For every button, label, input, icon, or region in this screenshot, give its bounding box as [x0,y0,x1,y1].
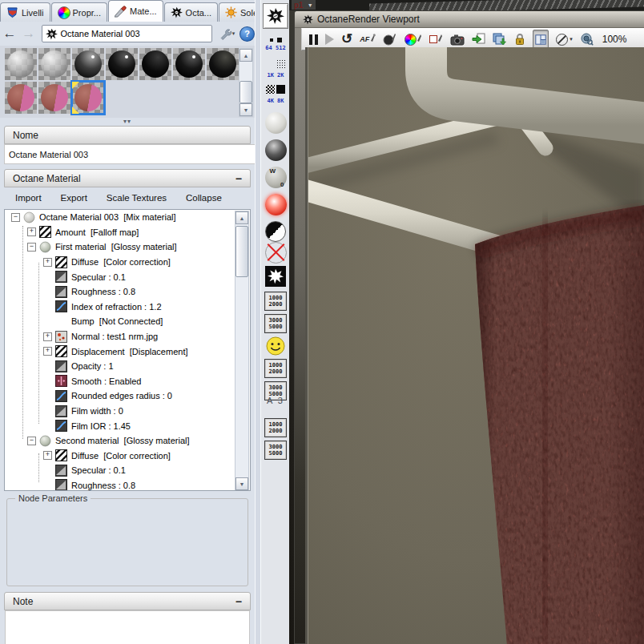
tab-materiali[interactable]: Mate... [108,0,163,22]
material-thumbnail[interactable] [173,48,205,80]
tab-livelli[interactable]: Livelli [0,2,50,22]
tree-node-specular[interactable]: Specular : 0.1 [5,463,250,478]
tree-node-diffuse[interactable]: +Diffuse [Color correction] [5,255,250,270]
tree-node-normal[interactable]: +Normal : test1 nrm.jpg [5,329,250,344]
expand-expander[interactable]: + [43,451,52,460]
restart-button[interactable]: ↺ [341,31,352,47]
material-thumbnail[interactable] [72,48,104,80]
tree-node-first[interactable]: −First material [Glossy material] [5,239,250,255]
resolution-4k-8k-label[interactable]: 4K 8K [261,98,290,104]
material-thumbnail[interactable] [5,48,37,80]
tree-node-displacement[interactable]: +Displacement [Displacement] [5,344,250,359]
tree-node-bump[interactable]: Bump [Not Connected] [5,314,250,329]
tree-scrollbar[interactable]: ▲▼ [235,211,249,491]
smiley-button[interactable] [261,336,290,356]
collapse-button[interactable]: Collapse [186,193,222,203]
play-button[interactable] [325,31,334,47]
material-name-field[interactable]: Octane Material 003 [4,144,259,164]
tree-node-rounded[interactable]: Rounded edges radius : 0 [5,388,250,404]
back-arrow-icon[interactable]: ← [0,26,19,42]
scrollbar-thumb[interactable] [239,81,252,103]
expand-expander[interactable]: + [27,227,36,236]
resolution-3000-5000-button[interactable]: 30005000 [261,441,290,460]
resolution-4k-8k-icons[interactable] [261,85,290,94]
layout-button[interactable] [533,30,549,49]
collapse-expander[interactable]: − [27,243,36,252]
tree-node-amount[interactable]: +Amount [Falloff map] [5,225,250,240]
region-picker-button[interactable] [429,31,443,47]
material-thumbnail-selected[interactable] [72,82,104,114]
tree-node-specular[interactable]: Specular : 0.1 [5,269,250,284]
thumbnail-scrollbar[interactable]: ▲ ▼ [239,48,253,117]
material-thumbnail[interactable] [38,48,70,80]
forward-arrow-icon[interactable]: → [19,26,38,42]
color-picker-button[interactable] [405,31,422,47]
material-thumbnail[interactable] [38,82,70,114]
tree-node-film[interactable]: Film IOR : 1.45 [5,418,250,433]
tree-node-second[interactable]: −Second material [Glossy material] [5,433,250,449]
wrench-tools-button[interactable]: ▾ [219,27,235,41]
glossy-sphere-preset-button[interactable] [261,112,290,134]
tree-node-roughness[interactable]: Roughness : 0.8 [5,478,250,491]
diffuse-bw-circle-button[interactable] [261,221,290,242]
render-settings-button[interactable] [580,31,594,47]
export-button[interactable]: Export [61,193,87,203]
lock-button[interactable] [514,31,525,47]
scrollbar-thumb[interactable] [235,226,248,277]
octane-black-logo-button[interactable] [261,266,290,287]
resolution-1000-2000-button[interactable]: 10002000 [261,418,290,437]
scroll-up-arrow[interactable]: ▲ [239,49,252,62]
tree-node-film[interactable]: Film width : 0 [5,404,250,419]
import-button[interactable]: Import [15,193,42,203]
clear-material-x-button[interactable] [261,242,290,264]
expand-expander[interactable]: + [43,258,52,267]
help-button[interactable]: ? [239,26,255,42]
material-thumbnail[interactable] [106,48,138,80]
expand-expander[interactable]: + [43,332,52,341]
material-thumbnail[interactable] [5,82,37,114]
tree-node-index[interactable]: Index of refraction : 1.2 [5,300,250,315]
preview-size-64-512-label[interactable]: 64 512 [261,45,290,51]
note-text-area[interactable] [5,610,250,644]
collapse-section-button[interactable]: − [235,175,242,183]
scale-textures-button[interactable]: Scale Textures [107,193,167,203]
white-balance-sphere-button[interactable]: W0 [261,167,290,188]
resolution-1000-2000-button[interactable]: 10002000 [261,359,290,378]
material-thumbnail[interactable] [139,48,171,80]
expand-expander[interactable]: + [43,347,52,356]
collapse-expander[interactable]: − [11,213,20,222]
resolution-1k-2k-label[interactable]: 1K 2K [261,72,290,78]
tree-node-diffuse[interactable]: +Diffuse [Color correction] [5,449,250,464]
render-view[interactable] [308,47,644,644]
host-camera-label[interactable]: p1 ▼ [292,0,316,10]
pause-button[interactable] [309,31,318,47]
tree-node-smooth[interactable]: Smooth : Enabled [5,374,250,389]
panel-splitter-handle[interactable]: ▾▾ [0,118,255,126]
scroll-down-arrow[interactable]: ▼ [239,103,252,116]
layers-button[interactable] [493,31,507,47]
camera-button[interactable] [450,31,465,47]
viewport-title-bar[interactable]: OctaneRender Viewport [295,11,644,28]
af-picker-button[interactable]: AF [360,31,376,47]
material-sphere-preview [175,50,203,78]
tree-node-roughness[interactable]: Roughness : 0.8 [5,284,250,300]
resolution-1000-2000-button[interactable]: 10002000 [261,292,290,311]
tab-octane[interactable]: Octa... [164,2,218,22]
collapse-note-button[interactable]: − [235,598,242,606]
save-image-button[interactable] [472,31,485,47]
material-name-combo[interactable]: Octane Material 003 [42,25,212,42]
material-thumbnail[interactable] [207,48,239,80]
resolution-3000-5000-button[interactable]: 30005000 [261,314,290,333]
collapse-expander[interactable]: − [27,437,36,445]
tree-node-opacity[interactable]: Opacity : 1 [5,359,250,374]
dark-sphere-preset-button[interactable] [261,139,290,161]
octane-logo-button[interactable] [261,3,290,29]
scroll-down-arrow[interactable]: ▼ [235,477,248,490]
tree-node-octane[interactable]: −Octane Material 003 [Mix material] [5,210,250,225]
emission-sphere-button[interactable] [261,194,290,215]
tab-proprieta[interactable]: Propr... [51,2,107,22]
scroll-up-arrow[interactable]: ▲ [235,211,248,224]
passes-button[interactable]: ▾ [556,31,573,47]
resolution-1k-2k-icons[interactable] [261,59,290,68]
material-picker-button[interactable] [383,31,397,47]
